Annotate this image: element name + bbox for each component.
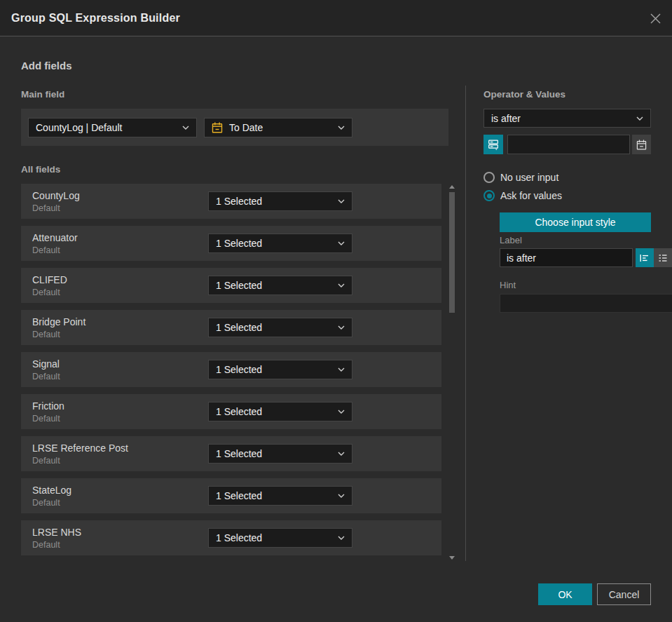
cancel-button[interactable]: Cancel [597,583,651,605]
field-selection-value: 1 Selected [216,280,262,291]
single-line-input-icon [639,252,650,264]
all-fields-heading: All fields [21,164,60,175]
scroll-up-icon[interactable] [449,185,455,189]
field-row: Attenuator Default 1 Selected [21,226,441,261]
chevron-down-icon [182,126,189,130]
field-name: StateLog [32,485,71,496]
field-row: Friction Default 1 Selected [21,394,441,429]
field-row: Bridge Point Default 1 Selected [21,310,441,345]
chevron-down-icon [338,283,345,288]
hint-field-label: Hint [500,280,516,290]
list-input-icon [657,252,668,264]
hint-input[interactable] [500,294,672,313]
chevron-down-icon [338,241,345,245]
field-row: CountyLog Default 1 Selected [21,184,441,219]
panel-divider [465,86,466,561]
label-row [500,248,672,267]
field-subtitle: Default [32,540,60,550]
field-selection-dropdown[interactable]: 1 Selected [208,234,352,253]
field-selection-value: 1 Selected [216,364,262,375]
operator-values-heading: Operator & Values [484,89,565,100]
field-name: LRSE NHS [32,527,81,538]
main-field-select-value: CountyLog | Default [36,122,123,133]
field-name: LRSE Reference Post [32,442,128,454]
calendar-icon [636,140,647,150]
single-line-input-style-button[interactable] [636,248,654,267]
radio-label: No user input [500,172,558,183]
chevron-down-icon [338,325,345,330]
field-selection-value: 1 Selected [216,238,262,249]
field-subtitle: Default [32,372,60,381]
radio-ask-for-values[interactable]: Ask for values [484,190,562,201]
chevron-down-icon [338,452,345,456]
field-subtitle: Default [32,456,60,466]
value-input[interactable] [507,135,630,154]
radio-label: Ask for values [500,190,562,201]
field-row: StateLog Default 1 Selected [21,478,441,513]
chevron-down-icon [338,536,345,540]
field-subtitle: Default [32,288,60,297]
radio-checked-icon [484,190,495,201]
field-selection-dropdown[interactable]: 1 Selected [208,191,352,211]
chevron-down-icon [338,199,345,203]
field-selection-value: 1 Selected [216,196,262,207]
chevron-down-icon [338,367,345,372]
all-fields-list: CountyLog Default 1 Selected Attenuator … [21,184,441,555]
field-selection-value: 1 Selected [216,448,262,459]
field-subtitle: Default [32,245,60,255]
date-field-select-value: To Date [229,122,263,133]
field-selection-dropdown[interactable]: 1 Selected [208,444,352,464]
value-entry-row [484,135,651,154]
field-subtitle: Default [32,330,60,339]
field-subtitle: Default [32,498,60,508]
date-picker-button[interactable] [632,135,651,154]
field-name: CountyLog [32,190,80,201]
field-row: LRSE Reference Post Default 1 Selected [21,436,441,471]
chevron-down-icon [338,410,345,414]
calendar-icon [212,122,223,133]
fields-scrollbar[interactable] [448,184,456,561]
field-selection-value: 1 Selected [216,490,262,501]
field-selection-dropdown[interactable]: 1 Selected [208,360,352,379]
field-selection-dropdown[interactable]: 1 Selected [208,276,352,295]
scroll-down-icon[interactable] [449,556,455,560]
field-row: Signal Default 1 Selected [21,352,441,387]
add-fields-heading: Add fields [21,60,72,72]
operator-select-value: is after [491,113,521,124]
date-field-select[interactable]: To Date [204,118,352,137]
field-name: Bridge Point [32,316,85,327]
field-subtitle: Default [32,203,60,213]
ok-button[interactable]: OK [538,583,592,605]
chevron-down-icon [338,126,345,130]
value-source-button[interactable] [484,135,503,154]
field-name: Attenuator [32,232,78,243]
field-name: Friction [32,400,64,412]
input-style-toggle [636,248,672,267]
stacked-values-icon [488,139,499,150]
field-name: CLIFED [32,274,67,285]
operator-select[interactable]: is after [484,109,651,128]
main-field-select[interactable]: CountyLog | Default [28,118,197,137]
label-input[interactable] [500,248,633,267]
field-selection-dropdown[interactable]: 1 Selected [208,486,352,506]
field-row: LRSE NHS Default 1 Selected [21,520,441,555]
field-subtitle: Default [32,414,60,424]
main-field-heading: Main field [21,89,64,100]
main-field-band: CountyLog | Default To Date [21,109,448,146]
dialog-title: Group SQL Expression Builder [11,12,180,25]
field-selection-value: 1 Selected [216,406,262,417]
radio-no-user-input[interactable]: No user input [484,172,558,183]
field-selection-dropdown[interactable]: 1 Selected [208,528,352,548]
field-row: CLIFED Default 1 Selected [21,268,441,303]
field-selection-value: 1 Selected [216,532,262,543]
dialog-titlebar: Group SQL Expression Builder [0,0,672,36]
chevron-down-icon [636,116,643,121]
close-icon[interactable] [647,10,664,27]
field-selection-dropdown[interactable]: 1 Selected [208,318,352,337]
radio-icon [484,172,495,183]
list-input-style-button[interactable] [654,248,672,267]
chevron-down-icon [338,494,345,498]
field-selection-dropdown[interactable]: 1 Selected [208,402,352,421]
scrollbar-thumb[interactable] [449,192,455,313]
choose-input-style-button[interactable]: Choose input style [500,212,651,232]
